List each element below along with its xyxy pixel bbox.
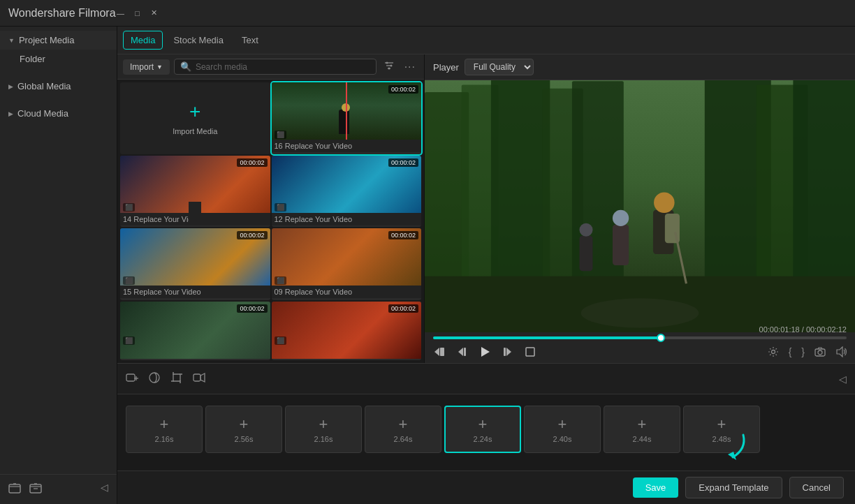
svg-rect-49 — [193, 374, 200, 381]
arrow-indicator — [708, 428, 750, 466]
timeline-slot-3[interactable]: + 2.64s — [365, 406, 441, 453]
svg-marker-50 — [200, 373, 205, 382]
delete-folder-icon[interactable] — [29, 482, 42, 497]
snapshot-button[interactable] — [814, 346, 826, 357]
folder-label: Folder — [20, 54, 108, 64]
save-button[interactable]: Save — [633, 477, 679, 498]
media-duration-09: 00:00:02 — [388, 231, 418, 239]
timeline-slot-0[interactable]: + 2.16s — [126, 406, 203, 453]
import-button[interactable]: Import ▼ — [123, 59, 170, 75]
svg-marker-39 — [837, 347, 842, 357]
close-button[interactable]: ✕ — [149, 8, 159, 18]
media-label-15: 15 Replace Your Video — [120, 286, 270, 298]
player-header: Player Full Quality 1/2 Quality 1/4 Qual… — [425, 54, 855, 80]
import-media-item[interactable]: + Import Media — [120, 82, 270, 154]
window-controls: — □ ✕ — [116, 8, 159, 18]
svg-marker-28 — [434, 348, 439, 356]
top-tabs: Media Stock Media Text — [117, 27, 855, 54]
collapse-sidebar-icon[interactable]: ◁ — [101, 482, 108, 497]
record-icon[interactable] — [193, 371, 205, 387]
video-background — [425, 80, 855, 332]
more-options-icon[interactable]: ··· — [402, 59, 418, 75]
split-icon[interactable] — [148, 371, 161, 387]
timeline-slot-4[interactable]: + 2.24s — [444, 406, 521, 453]
play-button[interactable] — [478, 345, 492, 359]
content-area: Media Stock Media Text Import ▼ 🔍 — [117, 27, 855, 504]
svg-rect-26 — [580, 236, 593, 272]
sidebar-item-folder[interactable]: Folder — [0, 50, 117, 68]
filter-icon[interactable] — [381, 59, 397, 75]
add-media-icon[interactable] — [126, 371, 138, 387]
media-label-16: 16 Replace Your Video — [272, 140, 422, 152]
svg-rect-34 — [504, 348, 506, 356]
media-duration-14: 00:00:02 — [237, 158, 267, 167]
progress-bar-wrap: 00:00:01:18 / 00:00:02:12 — [433, 336, 847, 339]
svg-rect-40 — [126, 374, 135, 381]
expand-template-button[interactable]: Expand Template — [685, 477, 782, 498]
volume-button[interactable] — [835, 346, 847, 357]
media-item-15[interactable]: 00:00:02 ⬛ 15 Replace Your Video — [120, 228, 270, 300]
film-icon-badge-15: ⬛ — [123, 276, 135, 285]
progress-thumb — [657, 334, 665, 342]
maximize-button[interactable]: □ — [133, 8, 142, 18]
progress-track[interactable] — [433, 336, 847, 339]
svg-rect-44 — [173, 374, 180, 381]
timeline-slot-6[interactable]: + 2.44s — [604, 406, 680, 453]
sidebar-section-cloud: ▶ Cloud Media — [0, 100, 117, 127]
player-controls: 00:00:01:18 / 00:00:02:12 — [425, 332, 855, 363]
sidebar-item-project-media[interactable]: ▼ Project Media — [0, 31, 117, 50]
in-point-button[interactable]: { — [789, 346, 792, 357]
controls-row: { } — [433, 345, 847, 359]
svg-rect-14 — [572, 81, 624, 309]
media-duration-15: 00:00:02 — [237, 231, 267, 239]
stop-button[interactable] — [524, 346, 536, 358]
media-duration-16: 00:00:02 — [388, 85, 418, 94]
svg-point-25 — [613, 210, 629, 226]
plus-icon: + — [189, 101, 200, 123]
add-folder-icon[interactable] — [8, 482, 21, 497]
search-input[interactable] — [196, 62, 370, 72]
quality-select[interactable]: Full Quality 1/2 Quality 1/4 Quality — [465, 59, 534, 75]
timeline-slot-1[interactable]: + 2.56s — [205, 406, 282, 453]
cancel-button[interactable]: Cancel — [789, 477, 844, 498]
svg-marker-33 — [506, 348, 511, 356]
media-duration-b: 00:00:02 — [388, 304, 418, 313]
import-media-label: Import Media — [173, 127, 217, 135]
svg-point-38 — [818, 350, 822, 355]
tab-stock-media[interactable]: Stock Media — [166, 31, 231, 50]
tab-text[interactable]: Text — [234, 31, 266, 50]
timeline-slot-2[interactable]: + 2.16s — [285, 406, 362, 453]
crop-icon[interactable] — [170, 371, 183, 387]
top-section: Import ▼ 🔍 ··· + I — [117, 54, 855, 363]
film-icon-badge-09: ⬛ — [275, 276, 286, 285]
search-box: 🔍 — [174, 59, 377, 75]
scrubber-line — [346, 82, 347, 140]
frame-back-button[interactable] — [455, 346, 468, 358]
sidebar-item-cloud-media[interactable]: ▶ Cloud Media — [0, 104, 117, 123]
svg-rect-0 — [9, 484, 20, 493]
sidebar-item-global-media[interactable]: ▶ Global Media — [0, 77, 117, 96]
timeline-slot-5[interactable]: + 2.40s — [524, 406, 601, 453]
search-icon: 🔍 — [180, 61, 191, 72]
media-item-09[interactable]: 00:00:02 ⬛ 09 Replace Your Video — [272, 228, 422, 300]
collapse-button[interactable]: ◁ — [839, 373, 847, 385]
minimize-button[interactable]: — — [116, 8, 126, 18]
frame-fwd-button[interactable] — [502, 346, 514, 358]
media-item-b[interactable]: 00:00:02 ⬛ — [272, 302, 422, 361]
media-item-14[interactable]: 00:00:02 ⬛ 14 Replace Your Video — [120, 156, 270, 228]
tab-media[interactable]: Media — [123, 31, 163, 50]
dropdown-arrow-icon: ▼ — [156, 64, 163, 71]
media-item-a[interactable]: 00:00:02 ⬛ — [120, 302, 270, 361]
svg-point-36 — [771, 350, 775, 354]
bottom-toolbar: ◁ — [117, 363, 855, 394]
title-bar: Wondershare Filmora — □ ✕ — [0, 0, 855, 27]
media-item-12[interactable]: 00:00:02 ⬛ 12 Replace Your Video — [272, 156, 422, 228]
rewind-button[interactable] — [433, 346, 446, 358]
out-point-button[interactable]: } — [801, 346, 805, 357]
main-layout: ▼ Project Media Folder ▶ Global Media ▶ … — [0, 27, 855, 504]
player-panel: Player Full Quality 1/2 Quality 1/4 Qual… — [425, 54, 855, 363]
svg-rect-31 — [464, 348, 466, 356]
settings-icon[interactable] — [768, 346, 779, 357]
chevron-down-icon: ▼ — [8, 37, 15, 44]
media-item-16[interactable]: 00:00:02 ⬛ 16 Replace Your Video — [272, 82, 422, 154]
